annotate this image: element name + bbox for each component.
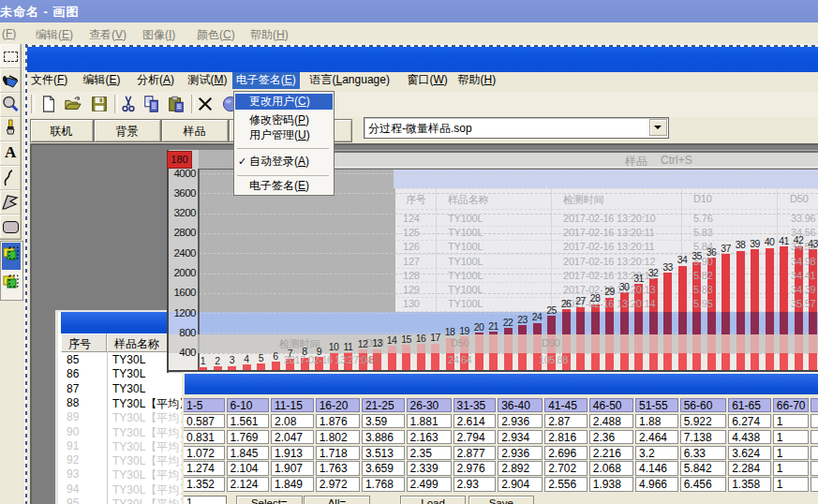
dist-cell[interactable]: 1.913 [271,446,314,461]
dist-col-header[interactable]: 1-5 [183,398,225,411]
dist-cell[interactable]: 1.718 [316,446,360,461]
dist-cell[interactable]: 2.124 [227,477,270,492]
tool-brush[interactable] [0,117,22,142]
dist-col-header[interactable]: 61-65 [728,398,771,411]
sample-window-titlebar[interactable]: 样品 Ctrl+S [319,151,818,167]
dist-cell[interactable]: 1.907 [271,461,314,476]
chart-max-cell[interactable]: 180 [167,151,192,169]
dist-cell[interactable]: 2.892 [498,461,543,476]
dist-cell[interactable]: 2.068 [589,461,633,476]
dist-col-header[interactable]: 41-45 [544,398,587,411]
dist-cell[interactable]: 1 [773,446,809,461]
menu-item-a[interactable]: ✓自动登录(A) [235,154,333,170]
dist-cell[interactable]: 2.934 [498,430,543,445]
dist-cell[interactable]: 2.556 [544,477,587,492]
dist-cell[interactable]: 7.138 [680,430,727,445]
dist-cell[interactable]: 2.08 [271,414,314,429]
dist-cell[interactable]: 2.87 [544,414,587,429]
dist-cell[interactable]: 1 [773,477,809,492]
dist-cell[interactable]: 1.938 [589,477,633,492]
menu-item-u[interactable]: 用户管理(U) [235,127,333,143]
dist-cell[interactable]: 4.438 [728,430,771,445]
dist-cell[interactable]: 2.936 [498,446,543,461]
app-menu-7[interactable]: 窗口(W) [404,72,452,89]
dist-button-load[interactable]: Load [400,496,467,504]
dist-cell[interactable] [811,446,818,461]
save-icon[interactable] [91,96,108,112]
dist-cell[interactable]: 2.104 [227,461,270,476]
dist-cell[interactable]: 5.842 [680,461,727,476]
distribution-window-titlebar[interactable] [185,374,818,394]
dist-cell[interactable]: 2.284 [728,461,771,476]
cut-icon[interactable] [120,96,137,112]
dist-cell[interactable]: 2.904 [498,477,543,492]
paint-menu-item[interactable]: 帮助(H) [250,27,289,43]
combo-dropdown-arrow-icon[interactable] [649,119,667,136]
paint-menu-item[interactable]: 颜色(C) [197,27,235,43]
dist-col-header[interactable]: 36-40 [498,398,543,411]
app-menu-6[interactable]: 语言(Language) [306,72,394,89]
menu-item-e[interactable]: 电子签名(E) [235,178,333,194]
dist-cell[interactable]: 1.561 [227,414,270,429]
paint-menu-item[interactable]: 编辑(E) [36,27,73,43]
dist-col-header[interactable]: 11-15 [271,398,314,411]
option-opaque-selected[interactable] [2,243,21,270]
dist-cell[interactable]: 2.936 [498,414,543,429]
option-transparent[interactable] [2,271,21,298]
dist-cell[interactable]: 1.881 [407,414,452,429]
result-col-no[interactable]: 序号 [61,334,107,352]
dist-cell[interactable]: 1 [773,461,809,476]
dist-button-save[interactable]: Save [468,496,535,504]
app-menu-5[interactable]: 电子签名(E) [232,72,300,89]
sop-combobox[interactable]: 分过程-微量样品.sop [364,117,669,139]
dist-cell[interactable]: 2.816 [544,430,587,445]
dist-cell[interactable]: 1.768 [362,477,405,492]
tool-fill[interactable] [0,68,22,94]
dist-cell[interactable]: 3.59 [362,414,405,429]
app-titlebar[interactable] [27,47,818,72]
dist-cell[interactable]: 2.696 [544,446,587,461]
dist-col-header[interactable]: 26-30 [407,398,452,411]
dist-col-header[interactable]: 6-10 [227,398,270,411]
dist-cell[interactable]: 2.702 [544,461,587,476]
dist-col-header[interactable]: 56-60 [680,398,727,411]
dist-cell[interactable]: 2.047 [271,430,314,445]
tool-polygon[interactable] [0,190,22,215]
page-number-input[interactable]: 1 [183,496,227,504]
dist-col-header[interactable]: 46-50 [589,398,633,411]
app-menu-1[interactable]: 文件(F) [27,72,71,89]
paste-icon[interactable] [168,96,185,112]
menu-item-p[interactable]: 修改密码(P) [235,112,333,128]
dist-cell[interactable]: 1 [773,414,809,429]
dist-col-header[interactable]: 21-25 [362,398,405,411]
dist-col-header[interactable]: 31-35 [454,398,497,411]
dist-cell[interactable]: 1.876 [316,414,360,429]
dist-cell[interactable]: 2.972 [316,477,360,492]
dist-cell[interactable]: 6.274 [728,414,771,429]
tool-magnifier[interactable] [0,93,22,118]
dist-cell[interactable]: 1.802 [316,430,360,445]
dist-cell[interactable]: 1.845 [227,446,270,461]
open-folder-icon[interactable] [65,96,82,112]
dist-cell[interactable]: 4.966 [635,477,678,492]
copy-icon[interactable] [143,96,160,112]
dist-cell[interactable]: 2.488 [589,414,633,429]
tool-curve[interactable] [0,166,22,191]
paint-menu-item[interactable]: (F) [2,27,16,40]
dist-col-header[interactable]: 51-55 [635,398,678,411]
dist-cell[interactable] [811,461,818,476]
dist-cell[interactable]: 1.352 [183,477,225,492]
dist-cell[interactable]: 2.93 [454,477,497,492]
dist-cell[interactable]: 2.877 [454,446,497,461]
dist-cell[interactable]: 2.976 [454,461,497,476]
dist-cell[interactable]: 6.456 [680,477,727,492]
dist-cell[interactable]: 2.794 [454,430,497,445]
dist-button-select[interactable]: Select= [236,496,303,504]
paint-menu-item[interactable]: 图像(I) [142,27,175,43]
app-menu-8[interactable]: 帮助(H) [454,72,500,89]
dist-cell[interactable]: 2.36 [589,430,633,445]
dist-cell[interactable]: 2.339 [407,461,452,476]
dist-cell[interactable] [811,477,818,492]
app-menu-4[interactable]: 测试(M) [185,72,231,89]
dist-cell[interactable]: 1.763 [316,461,360,476]
